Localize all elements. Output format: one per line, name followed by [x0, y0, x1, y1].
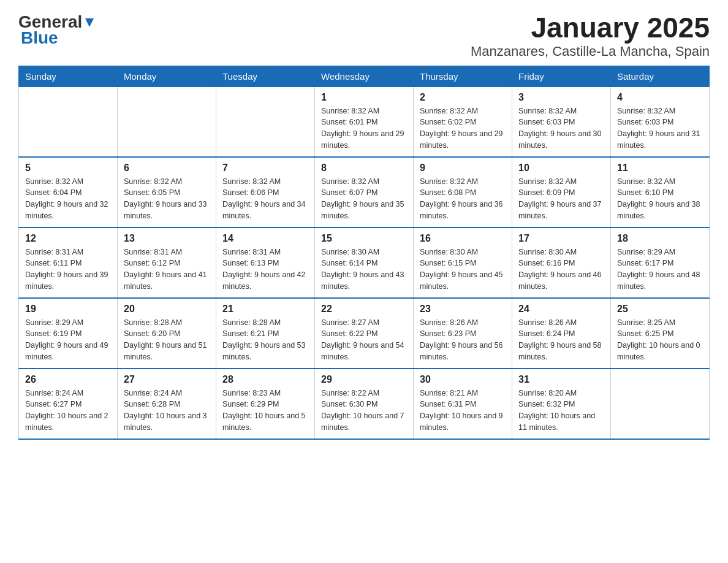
day-number: 19: [25, 304, 111, 315]
week-row-1: 1Sunrise: 8:32 AMSunset: 6:01 PMDaylight…: [19, 86, 710, 157]
title-block: January 2025 Manzanares, Castille-La Man…: [471, 12, 710, 59]
day-info: Sunrise: 8:31 AMSunset: 6:13 PMDaylight:…: [222, 247, 308, 293]
calendar-cell: 7Sunrise: 8:32 AMSunset: 6:06 PMDaylight…: [216, 157, 315, 228]
day-number: 15: [321, 233, 407, 244]
calendar-cell: 18Sunrise: 8:29 AMSunset: 6:17 PMDayligh…: [611, 228, 710, 298]
calendar-cell: 10Sunrise: 8:32 AMSunset: 6:09 PMDayligh…: [512, 157, 611, 228]
day-info: Sunrise: 8:30 AMSunset: 6:16 PMDaylight:…: [518, 247, 604, 293]
calendar-cell: 27Sunrise: 8:24 AMSunset: 6:28 PMDayligh…: [118, 369, 216, 439]
day-info: Sunrise: 8:31 AMSunset: 6:12 PMDaylight:…: [124, 247, 210, 293]
column-header-thursday: Thursday: [414, 66, 512, 86]
calendar-cell: [19, 86, 118, 157]
day-number: 24: [518, 304, 604, 315]
day-info: Sunrise: 8:21 AMSunset: 6:31 PMDaylight:…: [420, 388, 506, 434]
day-number: 30: [420, 374, 506, 385]
calendar-cell: 31Sunrise: 8:20 AMSunset: 6:32 PMDayligh…: [512, 369, 611, 439]
column-header-friday: Friday: [512, 66, 611, 86]
day-info: Sunrise: 8:32 AMSunset: 6:04 PMDaylight:…: [25, 176, 111, 222]
day-number: 27: [124, 374, 210, 385]
day-number: 20: [124, 304, 210, 315]
column-header-monday: Monday: [118, 66, 216, 86]
day-number: 10: [518, 163, 604, 174]
calendar-cell: 4Sunrise: 8:32 AMSunset: 6:03 PMDaylight…: [611, 86, 710, 157]
logo: General Blue: [18, 12, 96, 48]
week-row-3: 12Sunrise: 8:31 AMSunset: 6:11 PMDayligh…: [19, 228, 710, 298]
calendar-cell: 2Sunrise: 8:32 AMSunset: 6:02 PMDaylight…: [414, 86, 512, 157]
calendar-cell: [118, 86, 216, 157]
day-number: 8: [321, 163, 407, 174]
day-info: Sunrise: 8:32 AMSunset: 6:06 PMDaylight:…: [222, 176, 308, 222]
calendar-cell: 8Sunrise: 8:32 AMSunset: 6:07 PMDaylight…: [315, 157, 414, 228]
day-info: Sunrise: 8:32 AMSunset: 6:10 PMDaylight:…: [617, 176, 703, 222]
day-info: Sunrise: 8:28 AMSunset: 6:20 PMDaylight:…: [124, 317, 210, 363]
week-row-5: 26Sunrise: 8:24 AMSunset: 6:27 PMDayligh…: [19, 369, 710, 439]
svg-marker-0: [85, 18, 94, 27]
calendar-cell: 20Sunrise: 8:28 AMSunset: 6:20 PMDayligh…: [118, 298, 216, 369]
day-info: Sunrise: 8:30 AMSunset: 6:15 PMDaylight:…: [420, 247, 506, 293]
day-number: 29: [321, 374, 407, 385]
calendar-cell: 11Sunrise: 8:32 AMSunset: 6:10 PMDayligh…: [611, 157, 710, 228]
day-info: Sunrise: 8:29 AMSunset: 6:19 PMDaylight:…: [25, 317, 111, 363]
day-info: Sunrise: 8:32 AMSunset: 6:02 PMDaylight:…: [420, 105, 506, 151]
day-info: Sunrise: 8:32 AMSunset: 6:05 PMDaylight:…: [124, 176, 210, 222]
calendar-cell: 12Sunrise: 8:31 AMSunset: 6:11 PMDayligh…: [19, 228, 118, 298]
day-info: Sunrise: 8:25 AMSunset: 6:25 PMDaylight:…: [617, 317, 703, 363]
day-info: Sunrise: 8:26 AMSunset: 6:23 PMDaylight:…: [420, 317, 506, 363]
calendar-cell: 13Sunrise: 8:31 AMSunset: 6:12 PMDayligh…: [118, 228, 216, 298]
calendar-cell: 28Sunrise: 8:23 AMSunset: 6:29 PMDayligh…: [216, 369, 315, 439]
day-info: Sunrise: 8:32 AMSunset: 6:03 PMDaylight:…: [518, 105, 604, 151]
logo-triangle-icon: [83, 16, 96, 29]
day-number: 23: [420, 304, 506, 315]
day-info: Sunrise: 8:26 AMSunset: 6:24 PMDaylight:…: [518, 317, 604, 363]
day-info: Sunrise: 8:31 AMSunset: 6:11 PMDaylight:…: [25, 247, 111, 293]
column-header-wednesday: Wednesday: [315, 66, 414, 86]
day-number: 17: [518, 233, 604, 244]
page-title: January 2025: [471, 12, 710, 44]
calendar-cell: 15Sunrise: 8:30 AMSunset: 6:14 PMDayligh…: [315, 228, 414, 298]
day-info: Sunrise: 8:32 AMSunset: 6:03 PMDaylight:…: [617, 105, 703, 151]
day-number: 13: [124, 233, 210, 244]
day-number: 25: [617, 304, 703, 315]
page-subtitle: Manzanares, Castille-La Mancha, Spain: [471, 44, 710, 59]
day-number: 31: [518, 374, 604, 385]
day-number: 26: [25, 374, 111, 385]
day-number: 2: [420, 92, 506, 103]
day-number: 18: [617, 233, 703, 244]
calendar-table: SundayMondayTuesdayWednesdayThursdayFrid…: [18, 66, 710, 440]
day-number: 9: [420, 163, 506, 174]
calendar-cell: 3Sunrise: 8:32 AMSunset: 6:03 PMDaylight…: [512, 86, 611, 157]
calendar-cell: 25Sunrise: 8:25 AMSunset: 6:25 PMDayligh…: [611, 298, 710, 369]
calendar-cell: 16Sunrise: 8:30 AMSunset: 6:15 PMDayligh…: [414, 228, 512, 298]
day-number: 5: [25, 163, 111, 174]
day-info: Sunrise: 8:29 AMSunset: 6:17 PMDaylight:…: [617, 247, 703, 293]
column-header-sunday: Sunday: [19, 66, 118, 86]
calendar-cell: 19Sunrise: 8:29 AMSunset: 6:19 PMDayligh…: [19, 298, 118, 369]
day-info: Sunrise: 8:32 AMSunset: 6:08 PMDaylight:…: [420, 176, 506, 222]
calendar-cell: 5Sunrise: 8:32 AMSunset: 6:04 PMDaylight…: [19, 157, 118, 228]
logo-blue-text: Blue: [21, 28, 58, 48]
day-info: Sunrise: 8:22 AMSunset: 6:30 PMDaylight:…: [321, 388, 407, 434]
calendar-cell: 9Sunrise: 8:32 AMSunset: 6:08 PMDaylight…: [414, 157, 512, 228]
day-number: 21: [222, 304, 308, 315]
day-number: 1: [321, 92, 407, 103]
day-info: Sunrise: 8:20 AMSunset: 6:32 PMDaylight:…: [518, 388, 604, 434]
day-number: 6: [124, 163, 210, 174]
day-number: 28: [222, 374, 308, 385]
day-number: 14: [222, 233, 308, 244]
day-number: 16: [420, 233, 506, 244]
day-info: Sunrise: 8:27 AMSunset: 6:22 PMDaylight:…: [321, 317, 407, 363]
week-row-2: 5Sunrise: 8:32 AMSunset: 6:04 PMDaylight…: [19, 157, 710, 228]
calendar-cell: 29Sunrise: 8:22 AMSunset: 6:30 PMDayligh…: [315, 369, 414, 439]
day-number: 3: [518, 92, 604, 103]
day-number: 4: [617, 92, 703, 103]
day-number: 11: [617, 163, 703, 174]
day-number: 12: [25, 233, 111, 244]
calendar-cell: 1Sunrise: 8:32 AMSunset: 6:01 PMDaylight…: [315, 86, 414, 157]
calendar-cell: 17Sunrise: 8:30 AMSunset: 6:16 PMDayligh…: [512, 228, 611, 298]
page-header: General Blue January 2025 Manzanares, Ca…: [18, 12, 710, 59]
day-info: Sunrise: 8:24 AMSunset: 6:27 PMDaylight:…: [25, 388, 111, 434]
day-info: Sunrise: 8:32 AMSunset: 6:09 PMDaylight:…: [518, 176, 604, 222]
calendar-cell: 21Sunrise: 8:28 AMSunset: 6:21 PMDayligh…: [216, 298, 315, 369]
calendar-cell: 23Sunrise: 8:26 AMSunset: 6:23 PMDayligh…: [414, 298, 512, 369]
calendar-cell: 22Sunrise: 8:27 AMSunset: 6:22 PMDayligh…: [315, 298, 414, 369]
